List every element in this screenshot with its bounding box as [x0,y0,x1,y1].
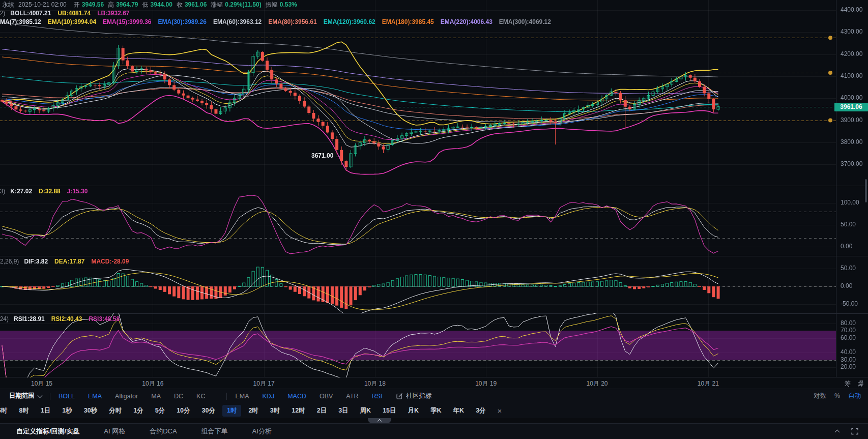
timeframe-年K[interactable]: 年K [449,405,469,417]
timeframe-周K[interactable]: 周K [356,405,376,417]
panel-gap-strip [0,418,868,423]
chart-area: 永续2025-10-21 02:00开3949.56高3964.79低3944.… [0,0,868,377]
timeframe-3时[interactable]: 3时 [266,405,284,417]
scale-option-%[interactable]: % [834,392,840,399]
price-axis-label: 3800.00 [841,138,862,145]
macd-axis-label: 50.00 [841,265,856,272]
timeframe-3分[interactable]: 3分 [471,405,490,417]
price-axis-label: 3900.00 [841,116,862,124]
indicator-dc-button[interactable]: DC [174,393,183,400]
ohlc-field-label: 高 [108,1,114,8]
timeframe-6时[interactable]: 6时 [0,405,12,417]
timeframe-8时[interactable]: 8时 [14,405,33,417]
tab-组合下单[interactable]: 组合下单 [189,427,240,436]
side-tool-toggles: 筹爆 [845,379,864,388]
kdj-value: D:32.88 [39,188,61,195]
tab-合约DCA[interactable]: 合约DCA [137,427,189,436]
indicator-alligator-button[interactable]: Alligator [115,393,138,400]
ohlc-info-row: 永续2025-10-21 02:00开3949.56高3964.79低3944.… [2,1,297,8]
price-axis-label: 3700.00 [841,160,862,167]
macd-indicator-row: MACD(12,26,9)DIF:3.82DEA:17.87MACD:-28.0… [0,258,135,265]
expand-panel-button[interactable] [850,426,860,436]
timeframe-1日[interactable]: 1日 [36,405,55,417]
timeframe-2时[interactable]: 2时 [244,405,263,417]
price-axis-label: 4300.00 [841,28,862,35]
macd-axis-label: -50.00 [841,300,858,307]
indicator-kdj-button[interactable]: KDJ [263,393,275,400]
toolbar-separator [226,393,227,400]
low-price-annotation: 3671.00 → [311,152,341,159]
kdj-axis-label: 50.00 [841,221,856,228]
timeframe-2日[interactable]: 2日 [312,405,331,417]
scrollbar-thumb[interactable] [865,179,867,202]
indicator-macd-button[interactable]: MACD [287,393,306,400]
overlay-indicator-group: BOLLEMAAlligatorMADCKC [59,393,218,400]
indicator-rsi-button[interactable]: RSI [371,393,382,400]
x-axis-date-label: 10月 15 [31,379,52,388]
close-timeframe-icon[interactable]: × [498,406,502,415]
date-range-button[interactable]: 日期范围 [9,392,42,400]
timeframe-15日[interactable]: 15日 [378,405,400,417]
tab-AI 网格[interactable]: AI 网格 [92,427,137,436]
current-price-tag: 3961.06 [834,103,868,111]
macd-params: MACD(12,26,9) [0,258,19,265]
indicator-ma-button[interactable]: MA [151,393,161,400]
rsi-value: RSI1:28.91 [14,315,45,323]
bottom-tab-items: 自定义指标/回测/实盘AI 网格合约DCA组合下单AI分析 [4,427,284,436]
indicator-kc-button[interactable]: KC [196,393,205,400]
timeframe-1时[interactable]: 1时 [222,405,241,417]
ohlc-field-value: 3944.00 [151,1,172,8]
timeframe-items: 6时8时1日1秒30秒分时1分5分10分30分1时2时3时12时2日3日周K15… [0,405,490,417]
trading-terminal-window: 永续2025-10-21 02:00开3949.56高3964.79低3944.… [0,0,868,439]
community-indicators-label: 社区指标 [406,392,431,400]
timeframe-3日[interactable]: 3日 [334,405,353,417]
x-axis-date-label: 10月 17 [253,379,275,388]
ohlc-field-label: 低 [142,1,149,8]
side-tool-筹[interactable]: 筹 [845,379,851,388]
edit-square-icon [396,393,403,399]
collapse-handle[interactable] [368,418,391,423]
ohlc-field-label: 振幅 [266,1,278,8]
tab-AI分析[interactable]: AI分析 [240,427,284,436]
indicator-obv-button[interactable]: OBV [320,393,333,400]
price-axis-label: 4100.00 [841,72,862,79]
kdj-value: J:15.30 [67,188,88,195]
timeframe-1秒[interactable]: 1秒 [57,405,76,417]
rsi-axis-label: 60.00 [841,334,856,341]
rsi-axis-label: 20.00 [841,363,856,370]
scale-option-对数[interactable]: 对数 [814,392,826,399]
timeframe-1分[interactable]: 1分 [129,405,148,417]
scale-options-group: 对数%自动 [805,392,861,400]
indicator-ema-button[interactable]: EMA [88,393,102,400]
macd-value: DIF:3.82 [24,258,48,265]
indicator-boll-button[interactable]: BOLL [59,393,75,400]
timeframe-季K[interactable]: 季K [426,405,446,417]
timeframe-12时[interactable]: 12时 [287,405,309,417]
macd-axis-label: 0.00 [841,282,852,289]
timeframe-月K[interactable]: 月K [403,405,424,417]
side-tool-爆[interactable]: 爆 [858,379,864,388]
collapse-panel-button[interactable] [830,426,841,436]
ohlc-field-label: 开 [74,1,80,8]
timeframe-10分[interactable]: 10分 [172,405,194,417]
x-axis-row[interactable]: 10月 1510月 1610月 1710月 1810月 1910月 2010月 … [0,377,868,389]
timeframe-5分[interactable]: 5分 [151,405,169,417]
timeframe-30分[interactable]: 30分 [197,405,220,417]
ema-indicator-row: EMA(7):3985.12EMA(10):3994.04EMA(15):399… [0,18,558,25]
price-axis-label: 4400.00 [841,6,862,13]
rsi-value: RSI2:40.43 [51,315,82,323]
bar-datetime: 2025-10-21 02:00 [18,1,67,8]
indicator-atr-button[interactable]: ATR [346,393,358,400]
community-indicators-button[interactable]: 社区指标 [396,392,431,400]
timeframe-分时[interactable]: 分时 [104,405,126,417]
kline-chart-canvas[interactable] [0,0,868,377]
ohlc-field-value: 3961.06 [185,1,207,8]
indicator-ema-button[interactable]: EMA [235,393,249,400]
ema-value: EMA(300):4069.12 [499,18,551,25]
timeframe-30秒[interactable]: 30秒 [79,405,102,417]
scale-option-自动[interactable]: 自动 [848,392,861,399]
x-axis-date-label: 10月 21 [698,379,719,388]
ohlc-field-value: 3949.56 [82,1,104,8]
tab-自定义指标/回测/实盘[interactable]: 自定义指标/回测/实盘 [4,427,92,436]
expand-icon [851,428,858,435]
